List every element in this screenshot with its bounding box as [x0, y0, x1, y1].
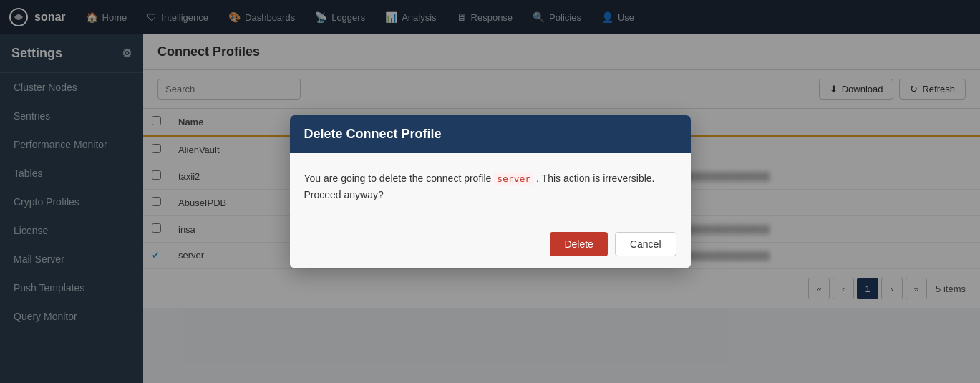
modal-message-before: You are going to delete the connect prof… [304, 173, 492, 184]
modal-body: You are going to delete the connect prof… [290, 153, 691, 220]
modal-title: Delete Connect Profile [304, 127, 442, 141]
modal-footer: Delete Cancel [290, 220, 691, 268]
cancel-button[interactable]: Cancel [615, 232, 676, 256]
modal-profile-name: server [494, 173, 533, 185]
delete-profile-modal: Delete Connect Profile You are going to … [290, 115, 691, 268]
modal-overlay[interactable]: Delete Connect Profile You are going to … [0, 0, 980, 383]
confirm-delete-button[interactable]: Delete [550, 232, 607, 256]
modal-header: Delete Connect Profile [290, 115, 691, 153]
